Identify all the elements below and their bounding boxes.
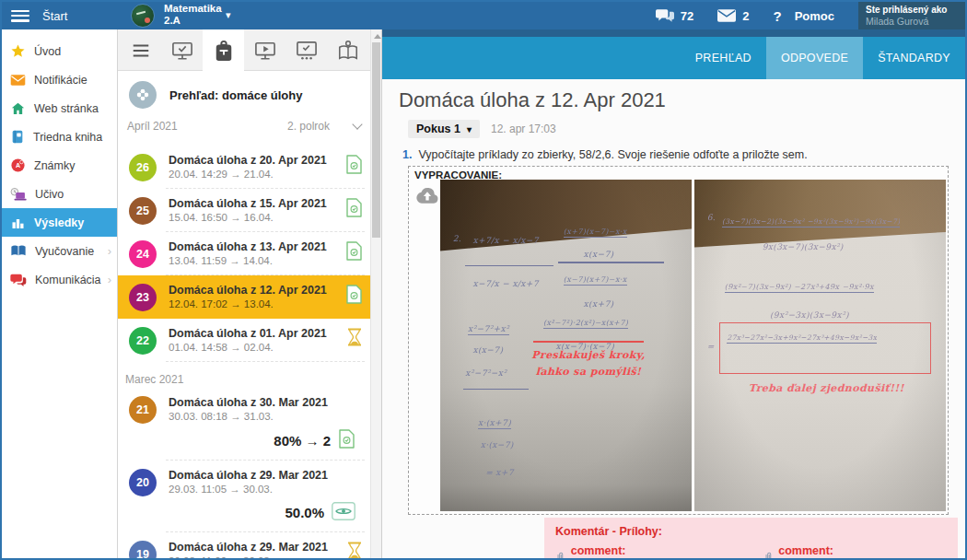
sidebar: Úvod Notifikácie Web stránka Triedna kni… xyxy=(2,29,118,558)
hourglass-icon xyxy=(346,542,363,558)
answer-photo-1[interactable]: Preskakuješ kroky, ľahko sa pomýliš! 2.x… xyxy=(440,180,692,511)
handwritten-math-line: (3x−7)(3x−2)(3x−9x² −9x²(3x−9x²)−9x(3x−7… xyxy=(722,217,900,228)
homework-item[interactable]: 22Domáca úloha z 01. Apr 202101.04. 14:5… xyxy=(118,319,370,362)
homework-result-icon[interactable] xyxy=(338,429,355,451)
sidebar-label: Vyučovanie xyxy=(35,245,94,258)
sidebar-item-ucivo[interactable]: Učivo xyxy=(2,180,117,208)
detail-tab-odpovede[interactable]: ODPOVEDE xyxy=(766,37,863,79)
main-menu-icon[interactable] xyxy=(11,10,29,22)
help-label: Pomoc xyxy=(795,9,834,23)
homework-item[interactable]: 21Domáca úloha z 30. Mar 202130.03. 08:1… xyxy=(118,388,370,461)
sidebar-label: Učivo xyxy=(35,188,64,201)
homework-number-badge: 21 xyxy=(129,396,157,424)
teacher-annotation: Preskakuješ kroky, ľahko sa pomýliš! xyxy=(523,347,654,380)
panel-header: Prehľad: domáce úlohy xyxy=(118,71,370,114)
detail-tab-prehľad[interactable]: PREHĽAD xyxy=(681,37,766,79)
sidebar-item-vyucovanie[interactable]: Vyučovanie › xyxy=(2,237,117,265)
homework-status[interactable] xyxy=(345,154,363,181)
comment-box: Komentár - Prílohy: comment: IMG_2020102… xyxy=(544,518,958,560)
homework-list: 26Domáca úloha z 20. Apr 202120.04. 14:2… xyxy=(118,146,370,558)
subject-selector[interactable]: Matematika 2.A xyxy=(164,3,222,27)
homework-number-badge: 22 xyxy=(129,327,157,355)
help-button[interactable]: ? Pomoc xyxy=(773,8,834,24)
attachment-filename: comment: IMG_20201029_123933.jpg xyxy=(778,544,947,560)
homework-title: Domáca úloha z 29. Mar 2021 xyxy=(169,469,363,482)
communication-icon xyxy=(10,273,27,287)
sidebar-item-triedna-kniha[interactable]: Triedna kniha xyxy=(2,122,117,151)
attachment-link[interactable]: comment: IMG_20201029_123933.jpg xyxy=(763,544,948,560)
mail-count: 2 xyxy=(742,9,749,23)
homework-detail: PREHĽADODPOVEDEŠTANDARDY Domáca úloha z … xyxy=(382,29,965,558)
sidebar-label: Komunikácia xyxy=(35,274,101,286)
tab-lessons[interactable] xyxy=(161,29,203,71)
homework-item[interactable]: 23Domáca úloha z 12. Apr 202112.04. 17:0… xyxy=(118,275,370,319)
homework-item[interactable]: 24Domáca úloha z 13. Apr 202113.04. 11:5… xyxy=(118,232,370,275)
homework-status[interactable] xyxy=(346,541,363,558)
scroll-up-arrow[interactable] xyxy=(374,34,381,39)
homework-title: Domáca úloha z 30. Mar 2021 xyxy=(169,396,363,409)
handwritten-math-line: x·(x+7) xyxy=(478,418,511,429)
homework-number-badge: 20 xyxy=(129,469,157,496)
teaching-book-icon xyxy=(10,244,27,258)
homework-item[interactable]: 26Domáca úloha z 20. Apr 202120.04. 14:2… xyxy=(118,146,370,189)
homework-title: Domáca úloha z 29. Mar 2021 xyxy=(169,541,334,554)
house-icon xyxy=(10,101,26,116)
messages-button[interactable]: 2 xyxy=(717,9,749,23)
chat-button[interactable]: 72 xyxy=(656,8,693,23)
document-status-icon xyxy=(345,241,363,261)
detail-tab-štandardy[interactable]: ŠTANDARDY xyxy=(863,37,965,79)
homework-dates: 13.04. 11:59 → 14.04. xyxy=(169,255,333,266)
viewed-eye-icon xyxy=(332,502,355,520)
sidebar-item-komunikacia[interactable]: Komunikácia › xyxy=(2,265,117,294)
attempt-label: Pokus 1 xyxy=(416,122,460,135)
answer-photo-2[interactable]: Treba ďalej zjednodušiť!!! 6.(3x−7)(3x−2… xyxy=(694,180,946,511)
homework-number-badge: 26 xyxy=(129,154,157,181)
tab-homework[interactable] xyxy=(203,29,244,71)
homework-status[interactable] xyxy=(345,240,363,268)
subject-avatar[interactable] xyxy=(131,4,155,28)
scrollbar-thumb[interactable] xyxy=(372,42,380,238)
sidebar-item-web-stranka[interactable]: Web stránka xyxy=(2,94,117,122)
logged-in-user[interactable]: Ste prihlásený ako Milada Gurová xyxy=(858,2,965,29)
teacher-highlight-rect xyxy=(719,322,930,374)
overview-flower-icon[interactable] xyxy=(129,81,157,109)
tab-list[interactable] xyxy=(120,29,161,71)
month-label: Marec 2021 xyxy=(118,362,370,388)
sidebar-item-vysledky[interactable]: Výsledky xyxy=(2,208,117,237)
class-register-icon xyxy=(10,129,25,145)
attachment-link[interactable]: comment: IMG_20201029_124432.jpg xyxy=(555,544,740,560)
attempt-dropdown[interactable]: Pokus 1 ▾ xyxy=(408,120,480,138)
middle-scrollbar[interactable] xyxy=(370,29,381,558)
term-label: 2. polrok xyxy=(287,120,330,133)
handwritten-math-line: 2. xyxy=(453,234,461,243)
homework-item[interactable]: 20Domáca úloha z 29. Mar 202129.03. 11:0… xyxy=(118,461,370,532)
homework-status[interactable] xyxy=(346,327,363,355)
tab-study[interactable] xyxy=(327,29,368,71)
sidebar-item-znamky[interactable]: A Známky xyxy=(2,151,117,180)
homework-number-badge: 25 xyxy=(129,197,157,225)
tab-tests[interactable] xyxy=(285,29,327,71)
backpack-icon xyxy=(214,40,234,62)
sidebar-item-uvod[interactable]: Úvod xyxy=(2,37,117,65)
chevron-down-icon[interactable] xyxy=(352,119,362,129)
homework-status[interactable] xyxy=(345,284,363,311)
homework-status[interactable] xyxy=(345,197,363,225)
homework-item[interactable]: 25Domáca úloha z 15. Apr 202115.04. 16:5… xyxy=(118,189,370,232)
handwritten-math-line: x²−7²+x² xyxy=(468,324,509,335)
homework-title: Domáca úloha z 01. Apr 2021 xyxy=(169,327,334,340)
chevron-right-icon: › xyxy=(108,273,111,286)
class-name: 2.A xyxy=(164,15,222,27)
upload-cloud-icon[interactable] xyxy=(415,186,439,208)
homework-dates: 15.04. 16:50 → 16.04. xyxy=(169,212,333,223)
handwritten-math-line: 6. xyxy=(707,213,716,222)
sidebar-item-notifikacie[interactable]: Notifikácie xyxy=(2,65,117,94)
subject-caret-icon[interactable]: ▾ xyxy=(226,9,231,21)
homework-item[interactable]: 19Domáca úloha z 29. Mar 202129.03. 11:0… xyxy=(118,532,370,558)
homework-title: Domáca úloha z 20. Apr 2021 xyxy=(169,154,333,167)
homework-result-icon[interactable] xyxy=(332,502,355,523)
hourglass-icon xyxy=(346,328,363,346)
tab-presentations[interactable] xyxy=(244,29,285,71)
handwritten-math-line: x+7/x − x/x−7 xyxy=(472,236,538,245)
handwritten-math-line: x(x−7) xyxy=(472,345,503,355)
start-button[interactable]: Štart xyxy=(42,9,67,23)
